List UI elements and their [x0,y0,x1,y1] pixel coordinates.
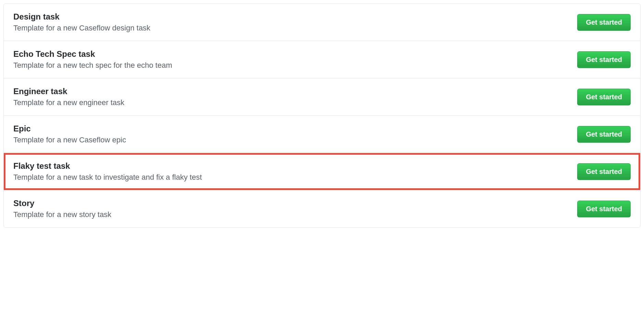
template-item: Engineer taskTemplate for a new engineer… [4,78,640,116]
template-info: Echo Tech Spec taskTemplate for a new te… [13,49,577,70]
template-title: Engineer task [13,87,577,96]
template-description: Template for a new tech spec for the ech… [13,61,577,70]
template-item: StoryTemplate for a new story taskGet st… [4,190,640,227]
get-started-button[interactable]: Get started [577,14,631,31]
issue-template-list: Design taskTemplate for a new Caseflow d… [3,3,641,228]
template-title: Design task [13,12,577,22]
get-started-button[interactable]: Get started [577,89,631,105]
template-info: StoryTemplate for a new story task [13,199,577,219]
get-started-button[interactable]: Get started [577,163,631,180]
template-description: Template for a new Caseflow epic [13,136,577,144]
template-info: Engineer taskTemplate for a new engineer… [13,87,577,107]
template-info: Design taskTemplate for a new Caseflow d… [13,12,577,33]
get-started-button[interactable]: Get started [577,126,631,143]
template-item: Design taskTemplate for a new Caseflow d… [4,4,640,41]
template-info: Flaky test taskTemplate for a new task t… [13,161,577,182]
get-started-button[interactable]: Get started [577,51,631,68]
template-title: Story [13,199,577,208]
template-title: Echo Tech Spec task [13,49,577,59]
template-title: Epic [13,124,577,134]
template-info: EpicTemplate for a new Caseflow epic [13,124,577,144]
template-description: Template for a new engineer task [13,98,577,107]
template-description: Template for a new Caseflow design task [13,24,577,33]
template-description: Template for a new story task [13,210,577,219]
get-started-button[interactable]: Get started [577,201,631,217]
template-title: Flaky test task [13,161,577,171]
template-description: Template for a new task to investigate a… [13,173,577,182]
template-item: Echo Tech Spec taskTemplate for a new te… [4,41,640,78]
template-item: Flaky test taskTemplate for a new task t… [4,153,640,190]
template-item: EpicTemplate for a new Caseflow epicGet … [4,116,640,153]
